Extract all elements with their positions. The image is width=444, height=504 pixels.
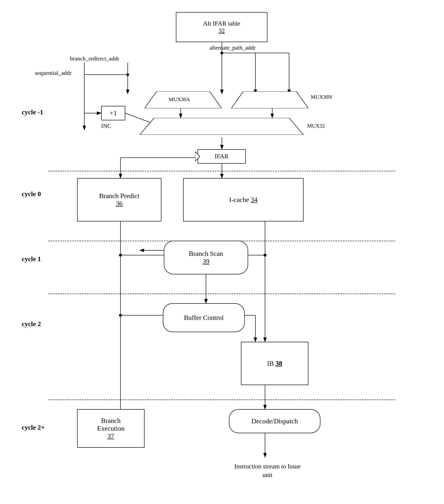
- ib-number: 38: [276, 360, 282, 367]
- dashed-line-3: [48, 294, 395, 294]
- icache-number: 34: [251, 196, 257, 203]
- branch-execution-label: BranchExecution: [97, 417, 125, 432]
- branch-execution-number: 37: [107, 432, 114, 440]
- ifar-register-symbol: [195, 152, 200, 161]
- alt-ifar-table-block: Alt IFAR table 32: [176, 12, 267, 42]
- branch-predict-block: Branch Predict 36: [77, 178, 161, 221]
- mux32-label: MUX32: [307, 123, 325, 129]
- branch-predict-label: Branch Predict: [99, 192, 139, 200]
- ifar-label: IFAR: [215, 153, 228, 160]
- instruction-stream-label: Instruction stream to Issue unit: [234, 462, 301, 480]
- plus-one-label: +1: [110, 109, 117, 117]
- buffer-control-block: Buffer Control: [163, 303, 245, 332]
- svg-point-10: [220, 52, 223, 54]
- branch-execution-block: BranchExecution 37: [77, 409, 145, 448]
- ib-block: IB 38: [241, 342, 308, 385]
- alternate-path-addr-label: alternate_path_addr: [210, 45, 256, 51]
- dashed-line-1: [48, 171, 395, 171]
- diagram-container: Alt IFAR table 32 branch_redirect_addr s…: [0, 0, 444, 504]
- svg-point-4: [126, 73, 129, 76]
- alt-ifar-table-label: Alt IFAR table: [203, 20, 240, 27]
- branch-scan-label: Branch Scan: [189, 250, 223, 257]
- buffer-control-label: Buffer Control: [184, 314, 224, 322]
- decode-dispatch-label: Decode/Dispatch: [251, 417, 298, 425]
- ifar-block: IFAR: [197, 149, 246, 164]
- branch-predict-number: 36: [116, 200, 123, 207]
- inc-label: INC: [101, 123, 111, 129]
- svg-marker-37: [231, 91, 308, 108]
- plus-one-block: +1: [101, 106, 125, 120]
- icache-label: I-cache 34: [229, 196, 257, 204]
- cycle-0-label: cycle 0: [22, 190, 41, 198]
- cycle-1-label: cycle 1: [22, 255, 41, 263]
- dashed-line-4: [48, 399, 395, 400]
- branch-scan-number: 39: [203, 257, 209, 265]
- ib-label: IB 38: [267, 360, 282, 367]
- mux32-shape: [140, 118, 304, 135]
- branch-scan-block: Branch Scan 39: [164, 241, 248, 274]
- sequential-addr-label: sequential_addr: [35, 70, 72, 76]
- svg-point-24: [119, 314, 122, 317]
- svg-marker-39: [195, 152, 200, 161]
- svg-point-29: [264, 254, 267, 257]
- svg-marker-38: [140, 118, 304, 135]
- cycle-2plus-label: cycle 2+: [22, 424, 45, 431]
- icache-block: I-cache 34: [183, 178, 304, 221]
- svg-point-21: [119, 254, 122, 257]
- mux30n-label: MUX30N: [311, 94, 332, 100]
- cycle-neg1-label: cycle -1: [22, 108, 43, 116]
- mux30n-shape: [231, 91, 308, 108]
- alt-ifar-table-number: 32: [218, 27, 225, 35]
- mux30a-label: MUX30A: [169, 96, 190, 103]
- branch-redirect-addr-label: branch_redirect_addr: [70, 55, 119, 62]
- cycle-2-label: cycle 2: [22, 320, 41, 328]
- decode-dispatch-block: Decode/Dispatch: [229, 409, 320, 433]
